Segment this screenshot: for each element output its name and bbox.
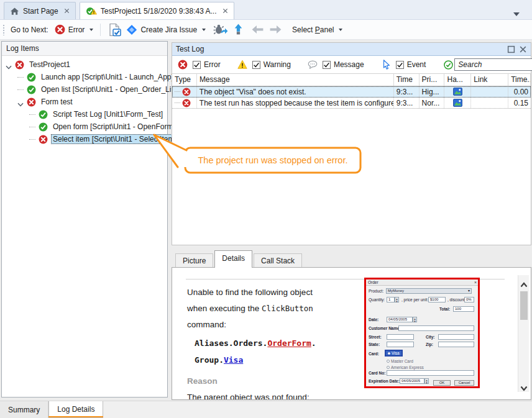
error-icon [27, 98, 36, 107]
message-checkbox[interactable] [323, 61, 331, 69]
close-icon[interactable] [222, 8, 228, 14]
create-jira-issue-button[interactable]: Create Jira Issue [124, 22, 208, 37]
picture-icon [453, 99, 462, 107]
visa-link[interactable]: Visa [224, 355, 243, 365]
tree-item[interactable]: Open list [Script\Unit1 - Open_Order_Lis… [2, 83, 167, 96]
scrollbar-thumb[interactable] [520, 291, 528, 320]
toolbar-grip[interactable] [2, 24, 5, 35]
caret-down-icon [89, 29, 93, 31]
maximize-icon[interactable] [507, 45, 515, 53]
log-row[interactable]: The object "Visa" does not exist.9:3...H… [172, 86, 531, 98]
search-box [444, 58, 532, 71]
event-checkbox[interactable] [396, 61, 404, 69]
scroll-up-icon[interactable] [520, 279, 528, 284]
tab-details[interactable]: Details [214, 250, 252, 268]
column-header-link[interactable]: Link [471, 74, 508, 86]
log-items-tree: TestProject1Launch app [Script\Unit1 - L… [2, 56, 167, 145]
nav-forward-button[interactable] [267, 23, 285, 36]
post-defect-button[interactable] [211, 22, 231, 37]
close-icon[interactable] [519, 45, 527, 53]
test-log-panel-header: Test Log [172, 43, 531, 56]
picture-icon [453, 88, 462, 96]
column-header-has-picture[interactable]: Ha... [444, 74, 471, 86]
search-input[interactable] [454, 58, 532, 71]
tree-item[interactable]: TestProject1 [2, 58, 167, 71]
document-tab-bar: Start Page TestProject1 5/18/2020 9:38:4… [0, 0, 532, 20]
error-checkbox[interactable] [193, 61, 201, 69]
column-header-time-total[interactable]: Time... [508, 74, 531, 86]
chevron-down-icon[interactable] [17, 100, 24, 104]
tree-item[interactable]: Form test [2, 96, 167, 108]
tree-item-label: Open list [Script\Unit1 - Open_Order_Lis… [39, 84, 181, 94]
project-status-icon [86, 6, 97, 16]
error-description: Unable to find the following object when… [187, 284, 313, 333]
log-row[interactable]: The test run has stopped because the tes… [172, 98, 531, 109]
tree-item[interactable]: Open form [Script\Unit1 - OpenForm] [2, 120, 167, 133]
tree-item[interactable]: Launch app [Script\Unit1 - Launch_App] [2, 71, 167, 83]
inline-code: ClickButton [262, 304, 313, 313]
column-header-priority[interactable]: Pri... [420, 74, 445, 86]
error-dropdown-label: Error [68, 25, 85, 34]
tree-connector [17, 89, 24, 90]
tab-start-page[interactable]: Start Page [4, 2, 76, 19]
log-items-panel: Log Items TestProject1Launch app [Script… [1, 41, 168, 398]
tree-item[interactable]: Select item [Script\Unit1 - SelectItem] [2, 133, 167, 145]
tree-item-label: Launch app [Script\Unit1 - Launch_App] [39, 72, 175, 82]
tab-call-stack[interactable]: Call Stack [254, 253, 302, 268]
details-tab-strip: PictureDetailsCall Stack [172, 250, 531, 268]
log-grid-header: TypeMessageTimePri...Ha...LinkTime... [172, 74, 531, 86]
filter-bar: ErrorWarningMessageEvent [172, 56, 531, 74]
tab-test-project-log[interactable]: TestProject1 5/18/2020 9:38:43 A... [80, 2, 234, 19]
filter-message: Message [308, 60, 364, 70]
tab-overflow-icon[interactable] [513, 8, 520, 12]
object-path-code: Aliases.Orders.OrderForm. Group.Visa [195, 335, 316, 368]
tab-label: Start Page [23, 7, 58, 16]
select-panel-button[interactable]: Select Panel [290, 24, 345, 36]
error-icon [55, 24, 65, 35]
tab-picture[interactable]: Picture [175, 253, 213, 268]
tree-item-label: Script Test Log [Unit1\Form_Test] [51, 109, 165, 119]
tab-log-details[interactable]: Log Details [48, 401, 103, 418]
log-time-total: 0.15 [514, 99, 528, 107]
tree-item-label: TestProject1 [27, 60, 72, 70]
create-jira-label: Create Jira Issue [140, 25, 197, 34]
details-scrollbar[interactable] [518, 275, 529, 392]
column-header-type[interactable]: Type [172, 74, 197, 86]
go-to-next-error-button[interactable]: Error [52, 22, 96, 37]
error-icon [182, 88, 191, 96]
doc-check-button[interactable] [105, 21, 124, 39]
filter-error: Error [178, 60, 221, 70]
log-time: 9:3... [397, 99, 413, 107]
go-to-parent-button[interactable] [231, 22, 246, 37]
tree-connector [29, 139, 35, 140]
filter-label: Error [204, 60, 221, 69]
tab-label: TestProject1 5/18/2020 9:38:43 A... [101, 7, 217, 16]
filter-label: Warning [264, 60, 291, 69]
log-message: The test run has stopped because the tes… [200, 99, 394, 107]
select-panel-label: Select Panel [292, 25, 334, 34]
log-time: 9:3... [397, 88, 413, 96]
radio-master-card: Master Card [387, 359, 413, 363]
chevron-down-icon[interactable] [6, 63, 12, 67]
message-icon [308, 60, 318, 70]
success-icon [27, 73, 36, 82]
close-icon[interactable] [64, 8, 70, 14]
column-header-time[interactable]: Time [394, 74, 420, 86]
log-toolbar: Go to Next: Error Create Jira Issue [0, 20, 532, 40]
warning-checkbox[interactable] [252, 61, 260, 69]
error-icon [178, 60, 188, 70]
tree-item[interactable]: Script Test Log [Unit1\Form_Test] [2, 108, 167, 120]
tree-item-label: Select item [Script\Unit1 - SelectItem] [51, 134, 178, 144]
log-priority: Nor... [422, 99, 440, 107]
tab-summary[interactable]: Summary [0, 401, 48, 418]
warning-icon [237, 60, 247, 70]
bottom-tab-bar: SummaryLog Details [0, 401, 532, 418]
go-to-next-label: Go to Next: [11, 25, 48, 34]
filter-event: Event [381, 60, 426, 70]
nav-back-button[interactable] [249, 23, 267, 36]
column-header-message[interactable]: Message [197, 74, 394, 86]
tree-connector [175, 102, 180, 103]
orderform-link[interactable]: OrderForm [267, 338, 311, 348]
log-items-panel-title: Log Items [2, 42, 167, 56]
scroll-down-icon[interactable] [520, 383, 528, 388]
